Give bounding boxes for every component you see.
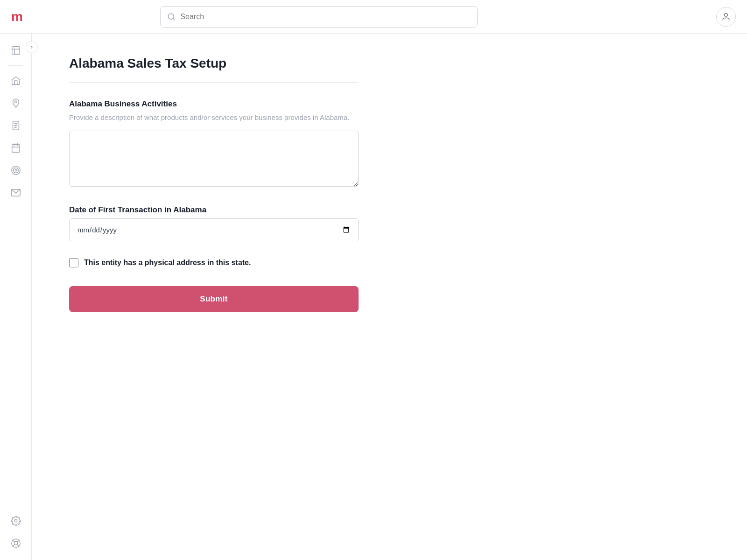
search-bar [160,6,478,28]
svg-line-21 [13,545,14,546]
business-activities-textarea[interactable] [69,131,359,187]
sidebar [0,34,32,560]
sidebar-item-support[interactable] [7,534,25,553]
sidebar-item-mail[interactable] [7,183,25,202]
physical-address-label[interactable]: This entity has a physical address in th… [84,259,251,267]
header: m [0,0,747,34]
physical-address-row: This entity has a physical address in th… [69,258,359,267]
sidebar-bottom [7,511,25,553]
sidebar-item-home[interactable] [7,71,25,90]
svg-rect-3 [12,47,20,55]
svg-point-14 [14,519,17,522]
sidebar-item-calendar[interactable] [7,139,25,157]
sidebar-item-settings[interactable] [7,511,25,530]
sidebar-item-building[interactable] [7,41,25,60]
sidebar-toggle-button[interactable] [26,41,38,53]
sidebar-divider-1 [8,65,23,66]
business-activities-desc: Provide a description of what products a… [69,112,359,123]
svg-line-17 [13,540,14,542]
first-transaction-section: Date of First Transaction in Alabama [69,205,359,241]
svg-point-11 [13,168,18,173]
svg-line-20 [17,540,18,542]
svg-rect-6 [12,145,20,153]
sidebar-item-target[interactable] [7,161,25,180]
svg-line-1 [173,18,175,20]
date-input-wrap [69,218,359,241]
first-transaction-title: Date of First Transaction in Alabama [69,205,359,215]
svg-line-18 [17,545,19,546]
svg-point-2 [725,13,728,16]
form-container: Alabama Sales Tax Setup Alabama Business… [69,56,359,312]
page-divider [69,82,359,83]
business-activities-section: Alabama Business Activities Provide a de… [69,99,359,189]
submit-button[interactable]: Submit [69,286,359,312]
search-icon [167,13,176,21]
user-avatar-button[interactable] [716,7,736,27]
first-transaction-date-input[interactable] [70,219,358,241]
search-input[interactable] [180,13,471,21]
physical-address-checkbox[interactable] [69,258,78,267]
logo[interactable]: m [11,9,41,24]
sidebar-item-location[interactable] [7,94,25,112]
content-area: Alabama Sales Tax Setup Alabama Business… [32,34,747,560]
main-layout: Alabama Sales Tax Setup Alabama Business… [0,34,747,560]
page-title: Alabama Sales Tax Setup [69,56,359,71]
svg-point-12 [15,169,17,171]
svg-point-10 [11,166,20,175]
svg-point-4 [14,101,17,103]
business-activities-title: Alabama Business Activities [69,99,359,109]
sidebar-item-checklist[interactable] [7,116,25,135]
